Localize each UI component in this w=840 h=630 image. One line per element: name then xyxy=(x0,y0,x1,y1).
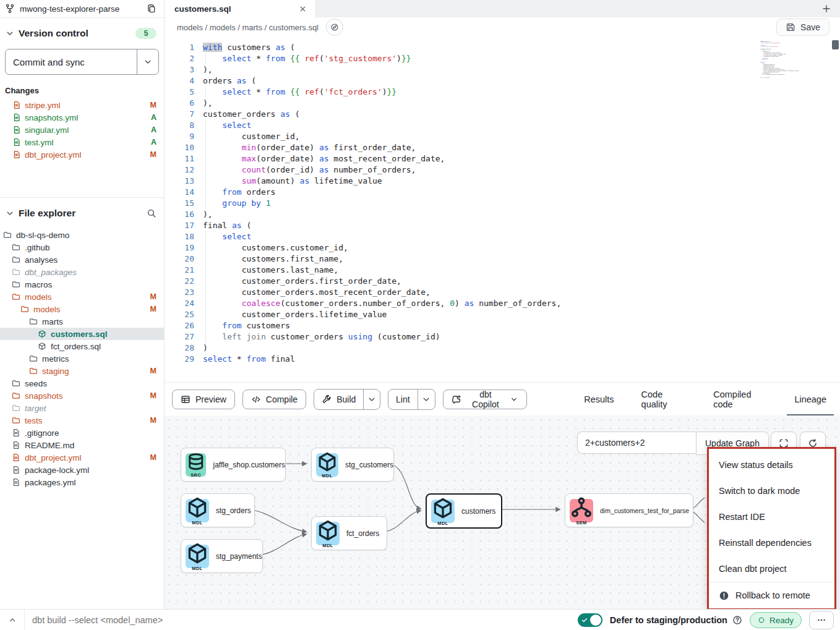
tree-item-label: analyses xyxy=(25,255,156,265)
code-editor[interactable]: 1234567891011121314151617181920212223242… xyxy=(165,37,840,382)
breadcrumb-row: models / models / marts / customers.sql … xyxy=(165,17,840,38)
lineage-node-jaffle_shop_customers[interactable]: SRCjaffle_shop.customers xyxy=(181,448,286,482)
node-label: stg_orders xyxy=(216,506,251,515)
tree-item-analyses[interactable]: analyses xyxy=(0,253,164,266)
tree-item-target[interactable]: target xyxy=(0,402,164,414)
explore-lineage-button[interactable] xyxy=(326,19,343,36)
command-input[interactable] xyxy=(25,615,578,625)
tree-item-readme-md[interactable]: README.md xyxy=(0,439,164,451)
code-line-4: orders as ( xyxy=(203,75,840,87)
chevron-down-icon[interactable] xyxy=(5,208,15,218)
tree-item-package-lock-yml[interactable]: package-lock.yml xyxy=(0,464,164,476)
new-tab-button[interactable] xyxy=(821,4,831,14)
compile-button[interactable]: Compile xyxy=(242,389,306,409)
change-item-test.yml[interactable]: test.ymlA xyxy=(0,136,164,148)
code-line-28: ) xyxy=(203,343,840,354)
dbt-copilot-button[interactable]: dbt Copilot xyxy=(443,389,528,409)
tree-item-staging[interactable]: stagingM xyxy=(0,365,164,377)
code-line-5: select * from {{ ref('fct_orders')}} xyxy=(203,87,840,98)
editor-scrollbar[interactable] xyxy=(832,40,839,49)
tree-item-label: snapshots xyxy=(25,391,146,401)
folder-icon xyxy=(12,268,20,276)
lineage-node-customers[interactable]: MDLcustomers xyxy=(426,493,502,529)
tab-results[interactable]: Results xyxy=(570,383,627,415)
lineage-node-stg_orders[interactable]: MDLstg_orders xyxy=(181,493,255,527)
tree-item-seeds[interactable]: seeds xyxy=(0,377,164,389)
ide-options-menu: View status detailsSwitch to dark modeRe… xyxy=(707,447,836,609)
tree-item-fct-orders-sql[interactable]: fct_orders.sql xyxy=(0,340,164,352)
menu-item-restart-ide[interactable]: Restart IDE xyxy=(709,504,834,530)
tab-code-quality[interactable]: Code quality xyxy=(628,383,700,415)
copilot-icon xyxy=(452,394,461,404)
copy-icon[interactable] xyxy=(147,4,156,14)
lint-button[interactable]: Lint xyxy=(388,389,418,409)
save-button[interactable]: Save xyxy=(776,19,829,36)
expand-command-bar-button[interactable] xyxy=(0,610,25,630)
graph-selector-input[interactable] xyxy=(577,432,696,454)
version-control-header[interactable]: Version control 5 xyxy=(0,18,164,44)
tab-lineage[interactable]: Lineage xyxy=(781,383,840,415)
change-item-dbt_project.yml[interactable]: dbt_project.ymlM xyxy=(0,148,164,161)
lint-options-button[interactable] xyxy=(418,389,435,409)
tree-item-dbt-packages[interactable]: dbt_packages xyxy=(0,266,164,278)
tree-item-models[interactable]: modelsM xyxy=(0,291,164,303)
table-icon xyxy=(181,394,191,404)
chevron-down-icon[interactable] xyxy=(5,28,15,38)
chevron-down-icon xyxy=(143,57,153,67)
tree-item-status: M xyxy=(150,416,156,425)
tree-item-packages-yml[interactable]: packages.yml xyxy=(0,476,164,488)
change-item-singular.yml[interactable]: singular.ymlA xyxy=(0,124,164,136)
build-options-button[interactable] xyxy=(363,389,380,409)
file-explorer-header[interactable]: File explorer xyxy=(0,198,164,224)
code-line-16: ), xyxy=(203,209,840,220)
status-bar: Defer to staging/production Ready xyxy=(0,609,840,630)
change-item-snapshots.yml[interactable]: snapshots.ymlA xyxy=(0,111,164,124)
lineage-node-stg_customers[interactable]: MDLstg_customers xyxy=(311,448,394,482)
version-control-section: Version control 5 Commit and sync Change… xyxy=(0,18,164,198)
chevron-down-icon xyxy=(510,395,518,404)
menu-item-switch-to-dark-mode[interactable]: Switch to dark mode xyxy=(709,478,834,504)
tree-item-models[interactable]: modelsM xyxy=(0,303,164,315)
branch-selector[interactable]: mwong-test-explorer-parse xyxy=(0,0,164,18)
tree-item--gitignore[interactable]: .gitignore xyxy=(0,427,164,439)
commit-options-button[interactable] xyxy=(137,49,158,74)
tree-item-customers-sql[interactable]: customers.sql xyxy=(0,328,164,340)
tree-item-tests[interactable]: testsM xyxy=(0,414,164,427)
cube-icon xyxy=(38,330,46,338)
tree-item-db-sl-qs-demo[interactable]: db-sl-qs-demo xyxy=(0,229,164,241)
cube-icon xyxy=(431,496,455,520)
lint-split-button: Lint xyxy=(388,389,435,410)
node-label: customers xyxy=(461,507,495,516)
lineage-panel[interactable]: SRCjaffle_shop.customersMDLstg_customers… xyxy=(165,415,840,609)
code-line-15: group by 1 xyxy=(203,198,840,209)
commit-and-sync-button[interactable]: Commit and sync xyxy=(6,49,137,74)
lineage-node-stg_payments[interactable]: MDLstg_payments xyxy=(181,539,263,573)
search-icon[interactable] xyxy=(147,208,156,218)
more-options-button[interactable] xyxy=(809,611,834,629)
build-button[interactable]: Build xyxy=(314,389,363,409)
change-item-stripe.yml[interactable]: stripe.ymlM xyxy=(0,99,164,111)
menu-item-reinstall-dependencies[interactable]: Reinstall dependencies xyxy=(709,530,834,556)
tab-compiled-code[interactable]: Compiled code xyxy=(700,383,781,415)
preview-button[interactable]: Preview xyxy=(172,389,235,409)
menu-item-clean-dbt-project[interactable]: Clean dbt project xyxy=(709,556,834,582)
help-icon[interactable] xyxy=(732,615,742,625)
tree-item--github[interactable]: .github xyxy=(0,241,164,253)
close-tab-icon[interactable] xyxy=(299,5,307,13)
file-icon xyxy=(12,113,21,122)
tree-item-snapshots[interactable]: snapshotsM xyxy=(0,389,164,402)
menu-item-rollback-to-remote[interactable]: Rollback to remote xyxy=(709,582,834,608)
defer-toggle[interactable] xyxy=(578,613,602,627)
tab-customers-sql[interactable]: customers.sql xyxy=(165,0,316,18)
tree-item-macros[interactable]: macros xyxy=(0,278,164,291)
tree-item-label: tests xyxy=(25,416,146,425)
lineage-node-dim_customers_test_for_parse[interactable]: SEMdim_customers_test_for_parse xyxy=(565,493,693,527)
cube-icon xyxy=(316,451,338,473)
lineage-node-fct_orders[interactable]: MDLfct_orders xyxy=(311,516,387,550)
tree-item-marts[interactable]: marts xyxy=(0,315,164,328)
menu-item-view-status-details[interactable]: View status details xyxy=(709,452,834,478)
code-content[interactable]: with customers as ( select * from {{ ref… xyxy=(194,42,840,365)
tree-item-metrics[interactable]: metrics xyxy=(0,352,164,365)
tree-item-dbt-project-yml[interactable]: dbt_project.ymlM xyxy=(0,451,164,464)
folder-icon xyxy=(20,305,29,313)
